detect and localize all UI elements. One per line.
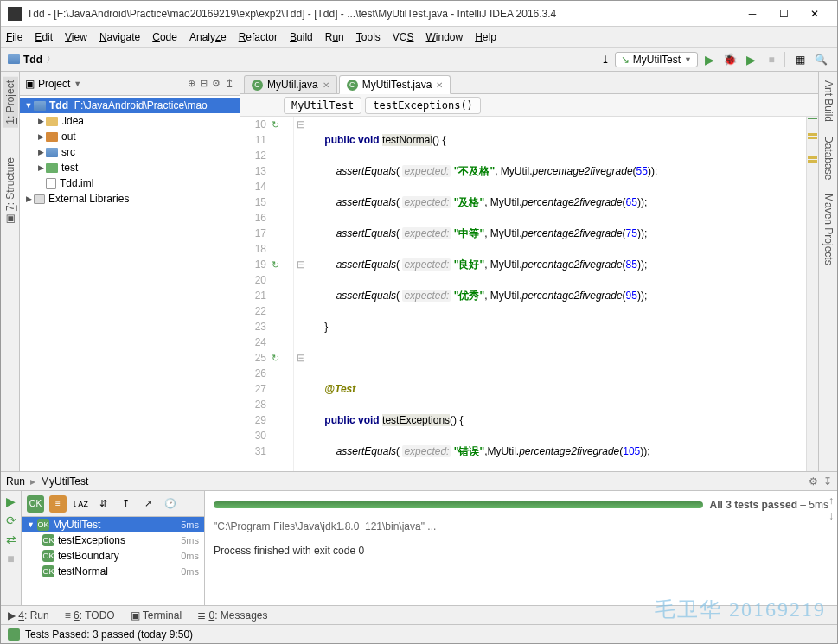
close-icon[interactable]: ✕ (323, 80, 329, 90)
minimize-button[interactable]: ─ (737, 2, 768, 26)
editor-area: CMyUtil.java✕ CMyUtilTest.java✕ MyUtilTe… (240, 72, 818, 471)
expand-button[interactable]: ⇵ (94, 495, 112, 513)
rerun-failed-button[interactable]: ⟳ (6, 513, 16, 527)
run-config-label: MyUtilTest (41, 475, 88, 488)
project-tree[interactable]: ▼Tdd F:\JavaAndroid\Practice\mao ▶.idea … (20, 96, 240, 471)
menu-run[interactable]: Run (325, 31, 344, 43)
breadcrumb-class[interactable]: MyUtilTest (284, 97, 361, 114)
run-button[interactable]: ▶ (700, 50, 719, 69)
test-item-normal[interactable]: OKtestNormal0ms (22, 564, 204, 579)
code-breadcrumb: MyUtilTest testExceptions() (240, 94, 818, 117)
tab-myutil[interactable]: CMyUtil.java✕ (244, 75, 337, 93)
console-cmdline: "C:\Program Files\Java\jdk1.8.0_121\bin\… (214, 520, 828, 532)
hide-icon[interactable]: ↥ (225, 77, 234, 90)
run-left-toolbar: ▶ ⟳ ⇄ ■ (1, 491, 22, 605)
gear-icon[interactable]: ⚙ (809, 475, 818, 488)
code-editor[interactable]: 1011121314151617181920212223242526272829… (240, 117, 818, 471)
coverage-button[interactable]: ▶ (741, 50, 760, 69)
maximize-button[interactable]: ☐ (768, 2, 799, 26)
tab-structure[interactable]: ▣ 7: Structure (3, 154, 18, 229)
tree-out[interactable]: ▶out (20, 129, 240, 144)
status-text: Tests Passed: 3 passed (today 9:50) (25, 628, 193, 641)
export-button[interactable]: ↗ (139, 495, 157, 513)
stop-button[interactable]: ■ (762, 50, 781, 69)
right-tool-gutter: Ant Build Database Maven Projects (818, 72, 837, 471)
console-nav-arrows[interactable]: ↑↓ (828, 494, 834, 522)
tab-project[interactable]: 1: Project (3, 77, 18, 128)
menu-window[interactable]: Window (425, 31, 463, 43)
project-header: ▣ Project ▼ ⊕ ⊟ ⚙ ↥ (20, 72, 240, 96)
tab-myutiltest[interactable]: CMyUtilTest.java✕ (339, 75, 451, 94)
settings-icon[interactable]: ⚙ (212, 78, 221, 89)
close-icon[interactable]: ✕ (436, 80, 443, 90)
tree-idea[interactable]: ▶.idea (20, 113, 240, 129)
close-button[interactable]: ✕ (799, 2, 830, 26)
test-item-exceptions[interactable]: OKtestExceptions5ms (22, 532, 204, 548)
show-passed-button[interactable]: OK (27, 495, 44, 513)
collapse-icon[interactable]: ⊟ (200, 78, 208, 89)
progress-bar (214, 501, 703, 508)
menu-analyze[interactable]: Analyze (189, 31, 227, 43)
stop-run-button[interactable]: ■ (7, 552, 14, 565)
class-icon: C (347, 80, 358, 91)
menu-vcs[interactable]: VCS (393, 31, 414, 43)
menu-file[interactable]: File (6, 31, 22, 43)
show-ignored-button[interactable]: ≡ (49, 495, 67, 513)
titlebar: Tdd - [F:\JavaAndroid\Practice\mao201692… (1, 1, 837, 27)
fold-gutter[interactable]: ⊟ ⊟ ⊟ (294, 117, 308, 471)
breadcrumb-method[interactable]: testExceptions() (365, 97, 481, 114)
menu-edit[interactable]: Edit (35, 31, 53, 43)
toggle-auto-button[interactable]: ⇄ (6, 532, 16, 546)
breadcrumb-root[interactable]: Tdd 〉 (8, 52, 56, 67)
line-numbers: 1011121314151617181920212223242526272829… (240, 117, 272, 471)
test-item-boundary[interactable]: OKtestBoundary0ms (22, 548, 204, 564)
menu-build[interactable]: Build (290, 31, 313, 43)
run-console[interactable]: All 3 tests passed – 5ms "C:\Program Fil… (205, 491, 837, 605)
status-icon (8, 628, 20, 641)
run-label: Run (6, 475, 25, 488)
menu-view[interactable]: View (65, 31, 87, 43)
tab-ant-build[interactable]: Ant Build (821, 77, 836, 125)
hide-icon[interactable]: ↧ (823, 475, 832, 488)
tab-maven[interactable]: Maven Projects (821, 190, 836, 269)
tab-messages[interactable]: ≣ 0: Messages (197, 609, 267, 622)
make-button[interactable]: ⤓ (596, 50, 615, 69)
test-root[interactable]: ▼OKMyUtilTest5ms (22, 517, 204, 532)
project-tool-window: ▣ Project ▼ ⊕ ⊟ ⚙ ↥ ▼Tdd F:\JavaAndroid\… (20, 72, 240, 471)
tree-root[interactable]: ▼Tdd F:\JavaAndroid\Practice\mao (20, 98, 240, 113)
window-title: Tdd - [F:\JavaAndroid\Practice\mao201692… (27, 8, 737, 20)
marker-strip[interactable] (806, 117, 818, 471)
left-tool-gutter: 1: Project ▣ 7: Structure (1, 72, 20, 471)
search-everywhere-button[interactable]: 🔍 (811, 50, 830, 69)
tab-terminal[interactable]: ▣ Terminal (131, 609, 182, 622)
menu-navigate[interactable]: Navigate (99, 31, 140, 43)
test-toolbar: OK ≡ ↓ᴀz ⇵ ⤒ ↗ 🕑 (22, 491, 204, 517)
tree-ext-libs[interactable]: ▶External Libraries (20, 191, 240, 207)
console-exit: Process finished with exit code 0 (214, 545, 828, 557)
project-structure-button[interactable]: ▦ (790, 50, 809, 69)
project-view-select[interactable]: ▣ Project ▼ (25, 78, 81, 90)
run-config-select[interactable]: ↘ MyUtilTest ▼ (615, 52, 698, 67)
debug-button[interactable]: 🐞 (720, 50, 739, 69)
tab-todo[interactable]: ≡ 6: TODO (65, 609, 115, 622)
menu-refactor[interactable]: Refactor (239, 31, 278, 43)
collapse-button[interactable]: ⤒ (117, 495, 134, 513)
tab-run-bottom[interactable]: ▶ 4: Run (8, 609, 49, 622)
menu-tools[interactable]: Tools (356, 31, 381, 43)
autoscroll-icon[interactable]: ⊕ (188, 78, 195, 89)
rerun-button[interactable]: ▶ (6, 494, 16, 508)
code-body[interactable]: public void testNormal() { assertEquals(… (308, 117, 806, 471)
test-tree[interactable]: ▼OKMyUtilTest5ms OKtestExceptions5ms OKt… (22, 517, 204, 605)
tab-database[interactable]: Database (821, 132, 836, 183)
menu-help[interactable]: Help (475, 31, 496, 43)
tree-src[interactable]: ▶src (20, 144, 240, 160)
gutter-icons[interactable]: ↻ ↻ ↻ (272, 117, 294, 471)
main-area: 1: Project ▣ 7: Structure ▣ Project ▼ ⊕ … (1, 72, 837, 471)
menubar: File Edit View Navigate Code Analyze Ref… (1, 27, 837, 48)
tree-iml[interactable]: Tdd.iml (20, 175, 240, 191)
run-header: Run ▸ MyUtilTest ⚙ ↧ (1, 472, 837, 491)
tree-test[interactable]: ▶test (20, 160, 240, 175)
sort-button[interactable]: ↓ᴀz (72, 495, 89, 513)
menu-code[interactable]: Code (152, 31, 177, 43)
history-button[interactable]: 🕑 (162, 495, 179, 513)
